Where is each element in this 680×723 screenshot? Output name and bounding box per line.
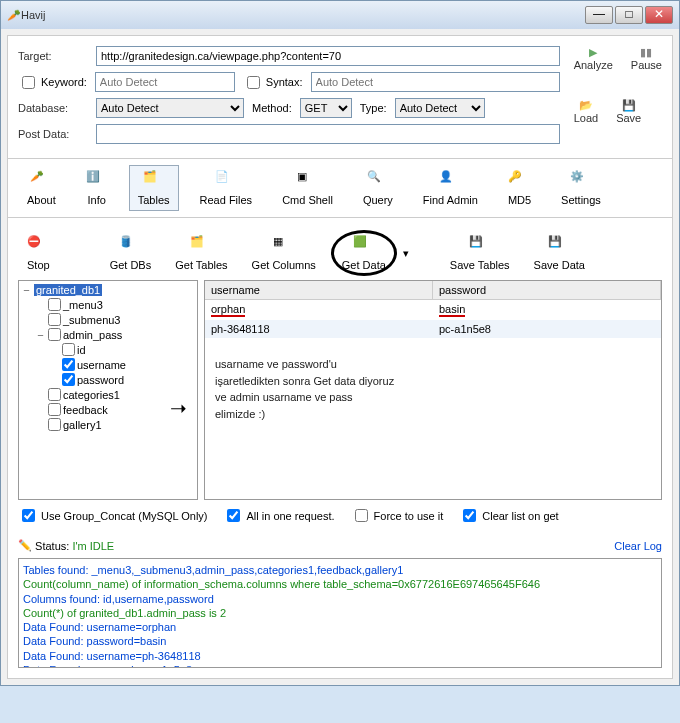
folder-icon: 📂 [579, 99, 593, 112]
maximize-button[interactable]: □ [615, 6, 643, 24]
tree-node[interactable]: gallery1 [21, 417, 195, 432]
status-label: Status: [35, 540, 69, 552]
tree-node[interactable]: password [21, 372, 195, 387]
getdbs-button[interactable]: 🛢️Get DBs [101, 232, 161, 274]
log-line: Count(*) of granited_db1.admin_pass is 2 [23, 606, 657, 620]
pause-icon: ▮▮ [640, 46, 652, 59]
force-checkbox[interactable]: Force to use it [351, 506, 444, 525]
admin-icon: 👤 [439, 170, 461, 192]
tab-query[interactable]: 🔍Query [354, 165, 402, 211]
type-label: Type: [360, 102, 387, 114]
tables-icon: 🗂️ [143, 170, 165, 192]
tab-md5[interactable]: 🔑MD5 [499, 165, 540, 211]
db-tree[interactable]: −granited_db1 _menu3 _submenu3−admin_pas… [18, 280, 198, 500]
analyze-button[interactable]: ▶Analyze [574, 46, 613, 71]
tab-about[interactable]: 🥕About [18, 165, 65, 211]
groupconcat-checkbox[interactable]: Use Group_Concat (MySQL Only) [18, 506, 207, 525]
stop-button[interactable]: ⛔Stop [18, 232, 59, 274]
col-header[interactable]: username [205, 281, 433, 299]
method-select[interactable]: GET [300, 98, 352, 118]
target-label: Target: [18, 50, 88, 62]
clearlist-checkbox[interactable]: Clear list on get [459, 506, 558, 525]
key-icon: 🔑 [508, 170, 530, 192]
play-icon: ▶ [589, 46, 597, 59]
info-icon: ℹ️ [86, 170, 108, 192]
tree-node[interactable]: feedback [21, 402, 195, 417]
tables-icon: 🗂️ [190, 235, 212, 257]
log-panel[interactable]: Tables found: _menu3,_submenu3,admin_pas… [18, 558, 662, 668]
cell: orphan [205, 300, 433, 320]
tree-node[interactable]: username [21, 357, 195, 372]
clearlog-link[interactable]: Clear Log [614, 540, 662, 552]
stop-icon: ⛔ [27, 235, 49, 257]
status-value: I'm IDLE [72, 540, 114, 552]
annotation-text: usarname ve password'u işaretledikten so… [215, 356, 395, 422]
data-icon: 🟩 [353, 235, 375, 257]
columns-icon: ▦ [273, 235, 295, 257]
log-line: Count(column_name) of information_schema… [23, 577, 657, 591]
carrot-icon: 🥕 [30, 170, 52, 192]
carrot-icon: 🥕 [7, 9, 21, 22]
tab-settings[interactable]: ⚙️Settings [552, 165, 610, 211]
tab-findadmin[interactable]: 👤Find Admin [414, 165, 487, 211]
gettables-button[interactable]: 🗂️Get Tables [166, 232, 236, 274]
tab-readfiles[interactable]: 📄Read Files [191, 165, 262, 211]
log-line: Data Found: password=pc-a1n5e8 [23, 663, 657, 668]
target-input[interactable] [96, 46, 560, 66]
keyword-checkbox[interactable]: Keyword: [18, 73, 87, 92]
getcolumns-button[interactable]: ▦Get Columns [243, 232, 325, 274]
tab-tables[interactable]: 🗂️Tables [129, 165, 179, 211]
dropdown-icon[interactable]: ▾ [403, 247, 409, 260]
syntax-input[interactable] [311, 72, 560, 92]
disk-icon: 💾 [548, 235, 570, 257]
postdata-input[interactable] [96, 124, 560, 144]
sub-toolbar: ⛔Stop 🛢️Get DBs 🗂️Get Tables ▦Get Column… [18, 226, 662, 280]
cell: ph-3648118 [205, 320, 433, 338]
tree-node[interactable]: id [21, 342, 195, 357]
tree-node[interactable]: −admin_pass [21, 327, 195, 342]
file-icon: 📄 [215, 170, 237, 192]
syntax-checkbox[interactable]: Syntax: [243, 73, 303, 92]
pencil-icon: ✏️ [18, 539, 32, 552]
method-label: Method: [252, 102, 292, 114]
postdata-label: Post Data: [18, 128, 88, 140]
col-header[interactable]: password [433, 281, 661, 299]
gear-icon: ⚙️ [570, 170, 592, 192]
tab-cmdshell[interactable]: ▣Cmd Shell [273, 165, 342, 211]
cell: pc-a1n5e8 [433, 320, 661, 338]
keyword-input[interactable] [95, 72, 235, 92]
type-select[interactable]: Auto Detect [395, 98, 485, 118]
log-line: Data Found: username=ph-3648118 [23, 649, 657, 663]
shell-icon: ▣ [297, 170, 319, 192]
data-table: username password orphan basin ph-364811… [204, 280, 662, 500]
save-button[interactable]: 💾Save [616, 99, 641, 124]
minimize-button[interactable]: — [585, 6, 613, 24]
tree-node[interactable]: _menu3 [21, 297, 195, 312]
tree-node[interactable]: _submenu3 [21, 312, 195, 327]
savedata-button[interactable]: 💾Save Data [525, 232, 594, 274]
log-line: Tables found: _menu3,_submenu3,admin_pas… [23, 563, 657, 577]
tree-db-node[interactable]: −granited_db1 [21, 283, 195, 297]
arrow-icon: ➝ [170, 396, 187, 420]
getdata-button[interactable]: 🟩Get Data [331, 230, 397, 276]
tab-info[interactable]: ℹ️Info [77, 165, 117, 211]
log-line: Columns found: id,username,password [23, 592, 657, 606]
cell: basin [433, 300, 661, 320]
savetables-button[interactable]: 💾Save Tables [441, 232, 519, 274]
close-button[interactable]: ✕ [645, 6, 673, 24]
main-toolbar: 🥕About ℹ️Info 🗂️Tables 📄Read Files ▣Cmd … [8, 158, 672, 218]
log-line: Data Found: password=basin [23, 634, 657, 648]
app-window: 🥕 Havij — □ ✕ Target: Keyword: Syntax: [0, 0, 680, 686]
tree-node[interactable]: categories1 [21, 387, 195, 402]
content-area: Target: Keyword: Syntax: Database: Auto … [7, 35, 673, 679]
query-icon: 🔍 [367, 170, 389, 192]
allinone-checkbox[interactable]: All in one request. [223, 506, 334, 525]
load-button[interactable]: 📂Load [574, 99, 598, 124]
pause-button[interactable]: ▮▮Pause [631, 46, 662, 71]
database-select[interactable]: Auto Detect [96, 98, 244, 118]
disk-icon: 💾 [469, 235, 491, 257]
disk-icon: 💾 [622, 99, 636, 112]
titlebar: 🥕 Havij — □ ✕ [1, 1, 679, 29]
window-title: Havij [21, 9, 585, 21]
db-icon: 🛢️ [119, 235, 141, 257]
